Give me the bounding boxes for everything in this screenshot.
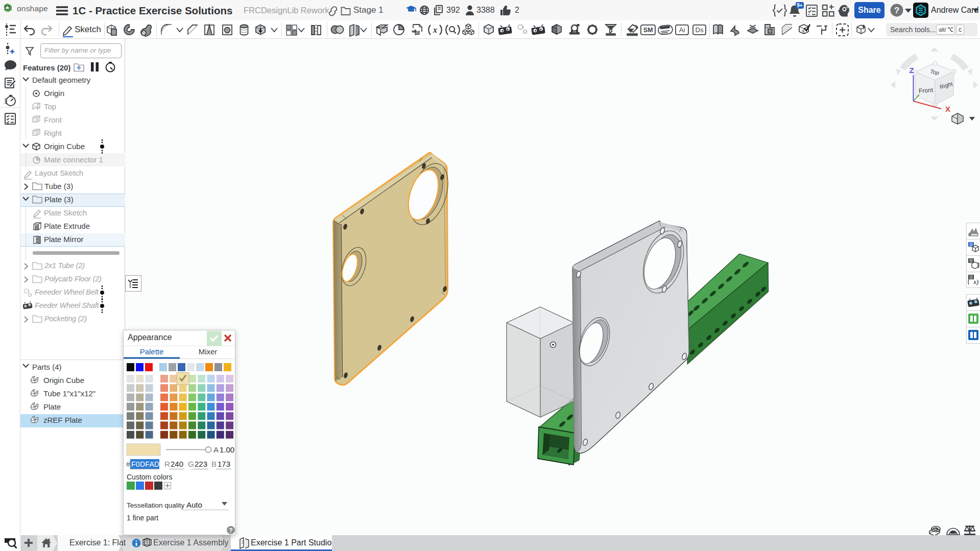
svg-text:?: ? [894, 6, 899, 15]
svg-text:Z: Z [909, 66, 914, 75]
svg-text:Ai: Ai [679, 26, 685, 34]
svg-text:Front: Front [919, 86, 934, 94]
svg-text:x): x) [973, 278, 978, 285]
svg-text:Ds: Ds [696, 26, 704, 34]
svg-text:?: ? [229, 527, 232, 534]
svg-text:9+: 9+ [797, 3, 803, 8]
svg-text:x: x [433, 26, 437, 34]
svg-text:SM: SM [643, 27, 653, 34]
svg-text:X: X [945, 105, 950, 113]
